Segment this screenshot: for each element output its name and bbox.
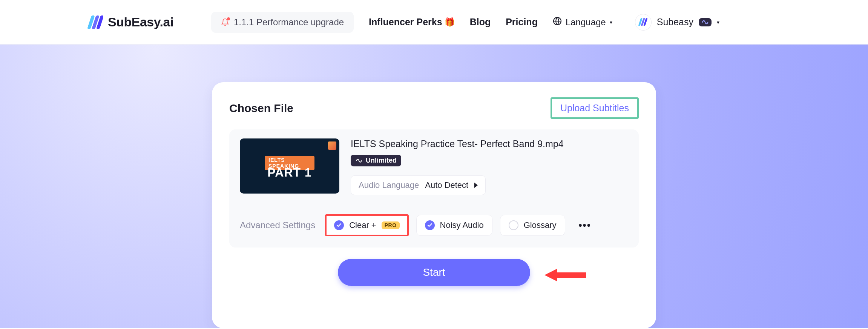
svg-marker-7 [544,269,586,281]
divider [259,205,609,205]
card-title: Chosen File [229,102,293,115]
globe-icon [553,17,562,28]
nav-blog[interactable]: Blog [470,17,491,28]
option-clear-plus[interactable]: Clear + PRO [325,214,408,236]
arrow-annotation-icon [544,266,586,286]
avatar [635,14,652,31]
pro-badge: PRO [382,221,400,229]
nav-pricing[interactable]: Pricing [506,17,538,28]
nav-influencer-label: Influencer Perks [369,17,442,28]
audio-language-label: Audio Language [359,180,419,190]
more-options-button[interactable]: ••• [573,216,597,235]
check-icon [425,220,435,230]
option-noisy-audio[interactable]: Noisy Audio [416,215,492,236]
version-text: 1.1.1 Performance upgrade [234,17,344,28]
version-chip[interactable]: 1.1.1 Performance upgrade [211,12,354,33]
chosen-file-card: Chosen File Upload Subtitles IELTS SPEAK… [212,82,656,328]
audio-language-selector[interactable]: Audio Language Auto Detect [351,175,486,195]
brand-logo[interactable]: SubEasy.ai [87,14,173,31]
user-name: Subeasy [657,17,693,28]
thumbnail-part: PART 1 [267,166,311,180]
gift-icon: 🎁 [445,17,455,27]
nav-influencer-perks[interactable]: Influencer Perks 🎁 [369,17,455,28]
check-icon [509,220,518,230]
language-selector[interactable]: Language ▾ [553,17,612,28]
option-glossary[interactable]: Glossary [500,215,565,236]
triangle-right-icon [474,183,478,188]
top-nav: SubEasy.ai 1.1.1 Performance upgrade Inf… [0,0,868,45]
file-panel: IELTS SPEAKING PART 1 IELTS Speaking Pra… [229,129,639,248]
hero-backdrop: Chosen File Upload Subtitles IELTS SPEAK… [0,45,868,328]
video-thumbnail[interactable]: IELTS SPEAKING PART 1 [240,138,339,194]
unlimited-badge: Unlimited [351,155,401,166]
unlimited-label: Unlimited [366,157,397,164]
bell-icon [221,18,229,26]
chevron-down-icon: ▾ [717,19,719,25]
user-menu[interactable]: Subeasy ▾ [635,14,719,31]
option-clear-label: Clear + [349,220,376,230]
option-noisy-label: Noisy Audio [440,220,484,230]
brand-mark-icon [87,14,103,31]
file-name: IELTS Speaking Practice Test- Perfect Ba… [351,138,564,149]
thumbnail-corner-icon [328,141,336,150]
check-icon [334,220,344,230]
audio-language-value: Auto Detect [425,180,468,190]
brand-name: SubEasy.ai [108,15,173,29]
chevron-down-icon: ▾ [610,19,612,25]
advanced-settings-label: Advanced Settings [240,220,315,231]
plan-badge [699,18,712,26]
upload-subtitles-button[interactable]: Upload Subtitles [551,97,639,119]
start-button[interactable]: Start [338,259,530,286]
language-label: Language [566,17,606,28]
option-glossary-label: Glossary [524,220,557,230]
